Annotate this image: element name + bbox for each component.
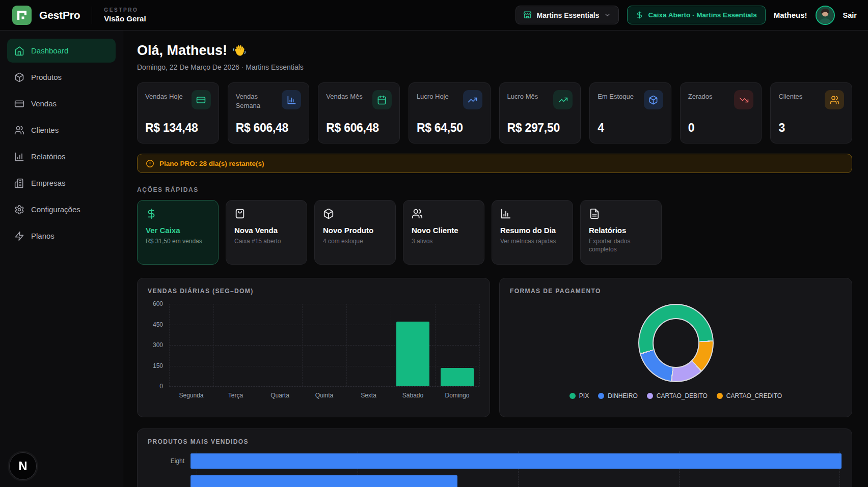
page-title: Visão Geral (104, 14, 146, 23)
quick-action-subtitle: 4 com estoque (323, 237, 387, 245)
avatar[interactable] (816, 6, 835, 25)
quick-action-subtitle: Ver métricas rápidas (500, 237, 564, 245)
stat-label: Lucro Mês (507, 90, 538, 101)
greeting-title: Olá, Matheus! (137, 43, 852, 59)
app-label: GESTPRO (104, 7, 146, 13)
stat-card-lucro-mes: Lucro Mês R$ 297,50 (499, 82, 581, 144)
users-icon (825, 90, 844, 109)
stat-value: 4 (598, 121, 663, 135)
chart-title: PRODUTOS MAIS VENDIDOS (148, 438, 842, 445)
legend-dot (598, 393, 604, 399)
sidebar-item-dashboard[interactable]: Dashboard (7, 39, 116, 63)
quick-action-title: Resumo do Dia (500, 226, 564, 235)
sidebar-item-label: Dashboard (31, 46, 68, 55)
sidebar-item-configuracoes[interactable]: Configurações (7, 197, 116, 221)
home-icon (14, 46, 24, 56)
donut-hole (653, 318, 699, 368)
stat-value: 0 (688, 121, 754, 135)
stat-label: Vendas Mês (326, 90, 363, 101)
quick-action-title: Nova Venda (234, 226, 299, 235)
sidebar-item-label: Clientes (31, 126, 59, 134)
quick-action-novo-produto[interactable]: Novo Produto 4 com estoque (314, 200, 396, 265)
dollar-icon (146, 208, 157, 219)
sidebar-item-label: Vendas (31, 99, 57, 108)
zap-icon (14, 231, 24, 241)
logout-button[interactable]: Sair (843, 11, 857, 19)
topbar: GestPro GESTPRO Visão Geral Martins Esse… (0, 0, 868, 31)
quick-action-title: Ver Caixa (146, 226, 210, 235)
product-label: Eight (148, 457, 191, 465)
sidebar-item-label: Configurações (31, 205, 80, 214)
stat-card-vendas-hoje: Vendas Hoje R$ 134,48 (137, 82, 219, 144)
store-selector-label: Martins Essentials (536, 11, 599, 19)
quick-action-relatorios[interactable]: Relatórios Exportar dados completos (580, 200, 662, 265)
sidebar-item-relatorios[interactable]: Relatórios (7, 145, 116, 168)
chart-title: VENDAS DIÁRIAS (SEG–DOM) (148, 288, 479, 295)
bar-chart-icon (14, 152, 24, 162)
cash-status-button[interactable]: Caixa Aberto · Martins Essentials (627, 6, 765, 24)
payment-methods-chart-card: FORMAS DE PAGAMENTO PIX DINHEIRO (499, 278, 852, 417)
bar-chart-icon (282, 90, 301, 109)
product-bar-row: Eight (148, 453, 842, 469)
file-text-icon (589, 208, 600, 219)
quick-action-nova-venda[interactable]: Nova Venda Caixa #15 aberto (226, 200, 307, 265)
trending-up-icon (463, 90, 482, 109)
stat-label: Clientes (778, 90, 802, 101)
building-icon (14, 178, 24, 188)
stat-value: 3 (778, 121, 844, 135)
store-selector[interactable]: Martins Essentials (516, 6, 619, 24)
package-icon (14, 72, 24, 82)
stat-card-lucro-hoje: Lucro Hoje R$ 64,50 (409, 82, 491, 144)
sidebar-item-clientes[interactable]: Clientes (7, 118, 116, 142)
top-products-chart-card: PRODUTOS MAIS VENDIDOS Eight (137, 428, 852, 487)
quick-action-ver-caixa[interactable]: Ver Caixa R$ 31,50 em vendas (137, 200, 219, 265)
sidebar-item-empresas[interactable]: Empresas (7, 171, 116, 195)
quick-action-novo-cliente[interactable]: Novo Cliente 3 ativos (403, 200, 484, 265)
users-icon (412, 208, 423, 219)
quick-actions-row: Ver Caixa R$ 31,50 em vendas Nova Venda … (137, 200, 852, 265)
quick-action-subtitle: Caixa #15 aberto (234, 237, 299, 245)
legend-item-pix: PIX (569, 392, 589, 399)
gear-icon (14, 205, 24, 215)
y-axis: 600 450 300 150 0 (148, 304, 169, 386)
payment-methods-donut-chart (638, 304, 714, 382)
main-content: Olá, Matheus! Domingo, 22 De Março De (123, 31, 868, 487)
stat-card-clientes: Clientes 3 (770, 82, 852, 144)
bar-sabado (396, 322, 429, 386)
product-bar-row (148, 475, 842, 487)
sidebar-item-vendas[interactable]: Vendas (7, 92, 116, 116)
plan-alert-text: Plano PRO: 28 dia(s) restante(s) (159, 160, 264, 167)
stat-value: R$ 134,48 (145, 121, 211, 135)
quick-action-resumo-do-dia[interactable]: Resumo do Dia Ver métricas rápidas (492, 200, 573, 265)
sidebar: Dashboard Produtos Vendas Clientes Relat… (0, 31, 123, 487)
stat-label: Lucro Hoje (417, 90, 449, 101)
alert-circle-icon (146, 159, 154, 168)
stat-value: R$ 606,48 (326, 121, 392, 135)
trending-up-icon (553, 90, 573, 109)
legend-dot (717, 393, 723, 399)
stat-value: R$ 64,50 (417, 121, 482, 135)
store-icon (523, 11, 532, 19)
divider (92, 7, 92, 24)
quick-action-subtitle: Exportar dados completos (589, 237, 653, 253)
sidebar-item-planos[interactable]: Planos (7, 224, 116, 248)
chart-title: FORMAS DE PAGAMENTO (510, 288, 842, 295)
stat-card-em-estoque: Em Estoque 4 (589, 82, 671, 144)
product-bar (191, 453, 842, 469)
daily-sales-bar-chart: 600 450 300 150 0 (148, 304, 479, 386)
sidebar-item-label: Planos (31, 232, 55, 240)
bar-domingo (441, 368, 473, 386)
brand-name: GestPro (39, 9, 80, 21)
legend-dot (647, 393, 653, 399)
daily-sales-chart-card: VENDAS DIÁRIAS (SEG–DOM) 600 450 300 150… (137, 278, 490, 417)
plan-alert-banner: Plano PRO: 28 dia(s) restante(s) (137, 154, 852, 173)
trending-down-icon (734, 90, 753, 109)
quick-action-title: Relatórios (589, 226, 653, 235)
gestpro-logo-icon (12, 6, 32, 25)
bar-chart-icon (500, 208, 511, 219)
dev-tools-badge[interactable]: N (9, 452, 37, 480)
sidebar-item-produtos[interactable]: Produtos (7, 65, 116, 89)
quick-action-title: Novo Produto (323, 226, 387, 235)
stat-label: Vendas Semana (236, 90, 279, 110)
quick-action-subtitle: 3 ativos (412, 237, 476, 245)
